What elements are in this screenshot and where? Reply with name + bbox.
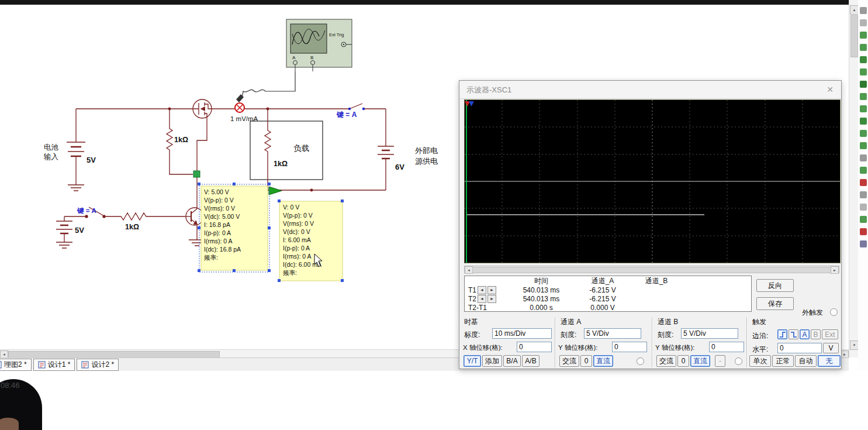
- reverse-button[interactable]: 反向: [756, 279, 794, 292]
- mosfet[interactable]: [193, 99, 212, 171]
- probe-arrow-icon[interactable]: [269, 187, 282, 195]
- toolbar-icon[interactable]: [860, 191, 867, 198]
- cursor-t1-handle[interactable]: [465, 101, 470, 106]
- toolbar-icon[interactable]: [860, 105, 867, 112]
- wire-top-rail[interactable]: [76, 104, 386, 109]
- trigger-level-input[interactable]: [777, 343, 822, 353]
- channel-a-radio[interactable]: [637, 357, 644, 365]
- load-resistor[interactable]: [250, 109, 323, 190]
- probe-tooltip-2[interactable]: V: 0 V V(p-p): 0 V V(rms): 0 V V(dc): 0 …: [278, 199, 344, 282]
- channel-b-ypos-input[interactable]: [709, 342, 744, 352]
- trigger-ext-button[interactable]: Ext: [822, 329, 838, 339]
- channel-b-zero-button[interactable]: 0: [677, 355, 689, 367]
- single-button[interactable]: 单次: [749, 355, 771, 367]
- scope-display[interactable]: [464, 99, 841, 263]
- trigger-a-button[interactable]: A: [800, 329, 810, 339]
- channel-a-zero-button[interactable]: 0: [580, 355, 592, 367]
- scroll-up-icon[interactable]: ▲: [850, 5, 859, 15]
- canvas-vscroll-thumb[interactable]: [850, 15, 858, 57]
- channel-a-ypos-input[interactable]: [612, 342, 647, 352]
- battery-drive[interactable]: [56, 216, 72, 248]
- battery-drive-value[interactable]: 5V: [75, 226, 84, 235]
- toolbar-icon[interactable]: [860, 44, 867, 51]
- tab-schematic2[interactable]: 理图2 *: [0, 359, 32, 371]
- cursor-t2-handle[interactable]: [469, 101, 474, 106]
- toolbar-icon[interactable]: [860, 32, 867, 39]
- scope-probe-wire[interactable]: [242, 71, 295, 98]
- current-probe[interactable]: [235, 94, 244, 112]
- toolbar-icon[interactable]: [860, 204, 867, 211]
- toolbar-icon[interactable]: [860, 7, 867, 14]
- key-top-label[interactable]: 键 = A: [336, 111, 357, 119]
- toolbar-icon[interactable]: [860, 68, 867, 75]
- oscilloscope-component-icon[interactable]: Ext Trig A B: [286, 19, 352, 71]
- toolbar-icon[interactable]: [860, 228, 867, 235]
- channel-b-ac-button[interactable]: 交流: [656, 355, 676, 367]
- tab-design2[interactable]: 设计2 *: [77, 359, 119, 371]
- channel-a-scale-input[interactable]: [584, 328, 641, 339]
- probe-tooltip-1[interactable]: V: 5.00 V V(p-p): 0 V V(rms): 0 V V(dc):…: [198, 183, 271, 272]
- scope-hscrollbar[interactable]: ◄ ►: [464, 266, 839, 273]
- webcam-face: [0, 418, 19, 430]
- resistor-gate-value[interactable]: 1kΩ: [174, 136, 188, 144]
- none-button[interactable]: 无: [818, 355, 841, 367]
- t1-right-icon[interactable]: ►: [487, 286, 496, 294]
- add-button[interactable]: 添加: [482, 355, 502, 367]
- toolbar-icon[interactable]: [860, 179, 867, 186]
- scroll-right-icon[interactable]: ►: [831, 266, 839, 274]
- t1-left-icon[interactable]: ◄: [478, 286, 486, 294]
- oscilloscope-titlebar[interactable]: 示波器-XSC1 ✕: [459, 81, 841, 99]
- timebase-scale-input[interactable]: [492, 328, 552, 339]
- load-value[interactable]: 1kΩ: [274, 160, 288, 168]
- toolbar-icon[interactable]: [860, 240, 867, 247]
- trigger-level-unit[interactable]: V: [823, 343, 839, 353]
- xpos-label: X 轴位移(格):: [463, 343, 503, 352]
- canvas-vscrollbar[interactable]: ▲ ▼: [849, 0, 859, 357]
- t2-right-icon[interactable]: ►: [487, 295, 496, 303]
- channel-b-dc-button[interactable]: 直流: [690, 355, 710, 367]
- tooltip1-line: V: 5.00 V: [204, 188, 229, 195]
- battery-main-value[interactable]: 5V: [87, 156, 96, 164]
- battery-ext-value[interactable]: 6V: [395, 163, 404, 171]
- auto-button[interactable]: 自动: [795, 355, 817, 367]
- toolbar-icon[interactable]: [860, 56, 867, 63]
- toolbar-icon[interactable]: [860, 130, 867, 137]
- trigger-b-button[interactable]: B: [811, 329, 821, 339]
- save-button[interactable]: 保存: [756, 297, 794, 310]
- channel-a-ac-button[interactable]: 交流: [559, 355, 579, 367]
- toolbar-icon[interactable]: [860, 167, 867, 174]
- toolbar-icon[interactable]: [860, 216, 867, 223]
- battery-ext[interactable]: [378, 109, 394, 190]
- ba-button[interactable]: B/A: [503, 355, 521, 367]
- xpos-input[interactable]: [517, 342, 552, 352]
- channel-b-radio[interactable]: [735, 357, 742, 365]
- battery-main[interactable]: [67, 109, 85, 191]
- t2-left-icon[interactable]: ◄: [478, 295, 486, 303]
- close-icon[interactable]: ✕: [824, 83, 836, 96]
- toolbar-icon[interactable]: [860, 142, 867, 149]
- scope-hscroll-thumb[interactable]: [472, 267, 832, 273]
- toolbar-icon[interactable]: [860, 19, 867, 26]
- multisim-screen: Ext Trig A B 电池 输入 5V 1kΩ 1 mV/mA 负载 1kΩ…: [0, 0, 868, 430]
- ext-trigger-radio[interactable]: [830, 308, 838, 316]
- scroll-down-icon[interactable]: ▼: [850, 340, 859, 350]
- oscilloscope-window[interactable]: 示波器-XSC1 ✕ ◄ ► 时间: [459, 80, 842, 369]
- toolbar-icon[interactable]: [860, 154, 867, 161]
- resistor-base-value[interactable]: 1kΩ: [125, 223, 139, 231]
- normal-button[interactable]: 正常: [772, 355, 794, 367]
- channel-b-minus-button[interactable]: -: [715, 355, 725, 367]
- key-bottom-label[interactable]: 键 = A: [77, 207, 96, 214]
- net-node-highlight[interactable]: [193, 171, 200, 177]
- tab-design1[interactable]: 设计1 *: [33, 359, 75, 371]
- yt-button[interactable]: Y/T: [464, 355, 481, 367]
- toolbar-icon[interactable]: [860, 93, 867, 100]
- channel-a-dc-button[interactable]: 直流: [593, 355, 613, 367]
- toolbar-icon[interactable]: [860, 81, 867, 88]
- channel-b-scale-input[interactable]: [681, 328, 738, 339]
- ab-button[interactable]: A/B: [522, 355, 540, 367]
- toolbar-icon[interactable]: [860, 118, 867, 125]
- resistor-base[interactable]: [104, 213, 185, 220]
- scroll-left-icon[interactable]: ◄: [465, 266, 473, 274]
- falling-edge-icon[interactable]: [789, 329, 798, 339]
- rising-edge-icon[interactable]: [777, 329, 787, 339]
